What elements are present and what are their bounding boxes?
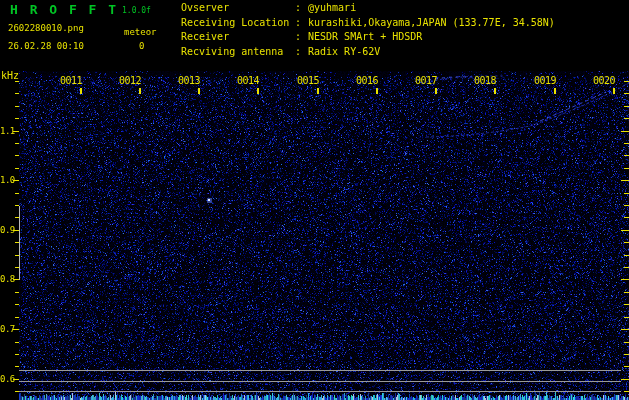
freq-minor-tick-right (624, 391, 629, 392)
freq-tick-label: 0.9 (0, 225, 14, 235)
freq-minor-tick-right (624, 193, 629, 194)
observer-info-separator: : (295, 31, 308, 46)
freq-minor-tick-left (15, 217, 19, 218)
freq-minor-tick-right (624, 81, 629, 82)
meteor-counter-label: meteor (124, 27, 157, 37)
time-tick (80, 88, 82, 94)
freq-minor-tick-right (624, 317, 629, 318)
freq-minor-tick-left (15, 292, 19, 293)
freq-minor-tick-left (15, 267, 19, 268)
time-tick-label: 0016 (348, 75, 378, 86)
freq-minor-tick-right (624, 255, 629, 256)
freq-minor-tick-right (624, 354, 629, 355)
observer-info-row: Receiving Location:kurashiki,Okayama,JAP… (181, 17, 555, 32)
hrofft-screen: H R O F F T 1.0.0f 2602280010.png meteor… (0, 0, 629, 400)
freq-minor-tick-left (15, 391, 19, 392)
app-version: 1.0.0f (122, 6, 151, 15)
freq-major-tick-right (621, 180, 629, 181)
freq-minor-tick-right (624, 366, 629, 367)
freq-minor-tick-left (15, 81, 19, 82)
time-tick (376, 88, 378, 94)
freq-major-tick-right (621, 379, 629, 380)
time-tick (198, 88, 200, 94)
observer-info-block: Ovserver:@yuhmariReceiving Location:kura… (181, 2, 555, 60)
time-tick-label: 0019 (526, 75, 556, 86)
observer-info-label: Recviving antenna (181, 46, 295, 61)
freq-minor-tick-right (624, 242, 629, 243)
freq-minor-tick-right (624, 304, 629, 305)
freq-minor-tick-right (624, 155, 629, 156)
freq-minor-tick-right (624, 292, 629, 293)
time-tick (554, 88, 556, 94)
meteor-counter-value: 0 (139, 41, 144, 51)
freq-minor-tick-left (15, 106, 19, 107)
freq-minor-tick-left (15, 168, 19, 169)
time-tick (494, 88, 496, 94)
time-tick-label: 0017 (407, 75, 437, 86)
time-tick (435, 88, 437, 94)
freq-minor-tick-right (624, 106, 629, 107)
observer-info-separator: : (295, 46, 308, 61)
time-tick-label: 0020 (585, 75, 615, 86)
freq-minor-tick-right (624, 143, 629, 144)
observer-info-label: Receiver (181, 31, 295, 46)
freq-minor-tick-left (15, 242, 19, 243)
time-tick (317, 88, 319, 94)
freq-tick-label: 1.0 (0, 175, 14, 185)
time-tick-label: 0014 (229, 75, 259, 86)
freq-minor-tick-right (624, 118, 629, 119)
freq-minor-tick-left (15, 193, 19, 194)
observer-info-value: NESDR SMArt + HDSDR (308, 31, 422, 46)
freq-minor-tick-left (15, 93, 19, 94)
freq-minor-tick-right (624, 342, 629, 343)
freq-minor-tick-right (624, 205, 629, 206)
freq-major-tick-right (621, 131, 629, 132)
khz-axis-unit-label: kHz (1, 70, 19, 81)
time-tick-label: 0012 (111, 75, 141, 86)
freq-minor-tick-left (15, 304, 19, 305)
freq-minor-tick-left (15, 118, 19, 119)
observer-info-value: Radix RY-62V (308, 46, 380, 61)
time-tick (139, 88, 141, 94)
observer-info-row: Receiver:NESDR SMArt + HDSDR (181, 31, 555, 46)
freq-minor-tick-left (15, 205, 19, 206)
observer-info-row: Recviving antenna:Radix RY-62V (181, 46, 555, 61)
time-tick (613, 88, 615, 94)
time-tick (257, 88, 259, 94)
freq-minor-tick-right (624, 267, 629, 268)
observer-info-value: kurashiki,Okayama,JAPAN (133.77E, 34.58N… (308, 17, 555, 32)
freq-major-tick-right (621, 230, 629, 231)
freq-tick-label: 1.1 (0, 126, 14, 136)
freq-minor-tick-left (15, 317, 19, 318)
freq-minor-tick-left (15, 255, 19, 256)
freq-major-tick-right (621, 329, 629, 330)
doppler-trace-main-bright (540, 92, 606, 121)
freq-minor-tick-left (15, 354, 19, 355)
observer-info-row: Ovserver:@yuhmari (181, 2, 555, 17)
freq-minor-tick-right (624, 168, 629, 169)
freq-tick-label: 0.7 (0, 324, 14, 334)
observer-info-label: Ovserver (181, 2, 295, 17)
freq-minor-tick-left (15, 143, 19, 144)
freq-minor-tick-left (15, 342, 19, 343)
freq-tick-label: 0.8 (0, 274, 14, 284)
observer-info-separator: : (295, 17, 308, 32)
time-tick-label: 0013 (170, 75, 200, 86)
output-filename: 2602280010.png (8, 23, 84, 33)
doppler-trace-main (426, 83, 629, 137)
freq-minor-tick-right (624, 217, 629, 218)
datetime-label: 26.02.28 00:10 (8, 41, 84, 51)
freq-minor-tick-left (15, 366, 19, 367)
observer-info-separator: : (295, 2, 308, 17)
observer-info-label: Receiving Location (181, 17, 295, 32)
freq-major-tick-right (621, 279, 629, 280)
time-tick-label: 0018 (466, 75, 496, 86)
observer-info-value: @yuhmari (308, 2, 356, 17)
freq-minor-tick-right (624, 93, 629, 94)
freq-tick-label: 0.6 (0, 374, 14, 384)
freq-minor-tick-left (15, 155, 19, 156)
app-title: H R O F F T (10, 2, 118, 17)
time-tick-label: 0015 (289, 75, 319, 86)
time-tick-label: 0011 (52, 75, 82, 86)
